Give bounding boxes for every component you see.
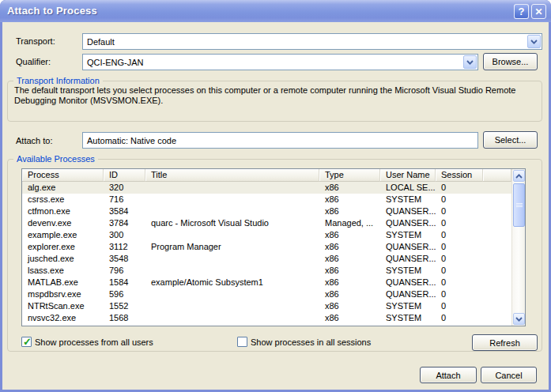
process-list[interactable]: Process ID Title Type User Name Session …: [21, 168, 526, 326]
cell-filler: [483, 265, 511, 277]
column-header-process[interactable]: Process: [22, 169, 104, 182]
help-button[interactable]: ?: [514, 4, 529, 19]
qualifier-label: Qualifier:: [16, 57, 51, 66]
table-row[interactable]: example.exe 300 x86 SYSTEM 0: [22, 229, 511, 241]
cell-process: MATLAB.exe: [22, 277, 104, 288]
cell-process: mspdbsrv.exe: [22, 288, 104, 300]
table-row[interactable]: lsass.exe 796 x86 SYSTEM 0: [22, 265, 511, 277]
table-row[interactable]: nvsvc32.exe 1568 x86 SYSTEM 0: [22, 312, 511, 324]
table-row[interactable]: mspdbsrv.exe 596 x86 QUANSER... 0: [22, 288, 511, 300]
process-list-body[interactable]: alg.exe 320 x86 LOCAL SE... 0 csrss.exe …: [22, 182, 511, 326]
table-row[interactable]: devenv.exe 3784 quarc - Microsoft Visual…: [22, 217, 511, 229]
column-header-type[interactable]: Type: [319, 169, 380, 182]
column-header-session[interactable]: Session: [436, 169, 483, 182]
cell-username: QUANSER...: [380, 241, 436, 253]
available-processes-caption: Available Processes: [13, 154, 98, 164]
table-row[interactable]: NTRtScan.exe 1552 x86 SYSTEM 0: [22, 300, 511, 312]
cell-session: 0: [436, 324, 483, 326]
cell-filler: [483, 300, 511, 312]
cell-process: nvsvc32.exe: [22, 312, 104, 324]
transport-value: Default: [87, 37, 527, 47]
cell-username: QUANSER...: [380, 277, 436, 288]
help-icon: ?: [519, 6, 525, 17]
cell-filler: [483, 253, 511, 265]
table-row[interactable]: OfcPfwSvc.exe 176 x86 SYSTEM 0: [22, 324, 511, 326]
scrollbar-thumb[interactable]: [513, 183, 525, 227]
cell-filler: [483, 241, 511, 253]
show-all-sessions-checkbox[interactable]: [237, 337, 247, 347]
cell-type: x86: [319, 241, 380, 253]
browse-button[interactable]: Browse...: [483, 53, 538, 70]
cell-username: QUANSER...: [380, 217, 436, 229]
cell-type: x86: [319, 265, 380, 277]
cell-title: [145, 312, 319, 324]
attach-to-field[interactable]: Automatic: Native code: [82, 132, 478, 149]
attach-to-process-dialog: Attach to Process ? ✕ Transport: Default…: [0, 0, 551, 392]
cell-filler: [483, 217, 511, 229]
cell-title: [145, 324, 319, 326]
cell-type: x86: [319, 229, 380, 241]
table-row[interactable]: ctfmon.exe 3584 x86 QUANSER... 0: [22, 205, 511, 217]
cell-session: 0: [436, 217, 483, 229]
cell-session: 0: [436, 288, 483, 300]
cell-session: 0: [436, 241, 483, 253]
select-button[interactable]: Select...: [483, 131, 538, 149]
cell-session: 0: [436, 265, 483, 277]
close-button[interactable]: ✕: [531, 4, 546, 19]
column-header-title[interactable]: Title: [145, 169, 319, 182]
cell-process: ctfmon.exe: [22, 205, 104, 217]
column-header-filler: [483, 169, 511, 182]
cell-username: QUANSER...: [380, 205, 436, 217]
show-all-users-checkbox[interactable]: [21, 337, 32, 347]
cell-id: 300: [104, 229, 145, 241]
cell-filler: [483, 288, 511, 300]
qualifier-combobox[interactable]: QCI-ENG-JAN: [82, 54, 478, 70]
show-all-users-label: Show processes from all users: [35, 337, 153, 347]
transport-label: Transport:: [16, 36, 55, 46]
cell-type: x86: [319, 205, 380, 217]
vertical-scrollbar[interactable]: [511, 169, 525, 326]
cell-session: 0: [436, 253, 483, 265]
cell-title: [145, 182, 319, 194]
window-title: Attach to Process: [7, 5, 97, 17]
cell-type: x86: [319, 324, 380, 326]
cell-type: x86: [319, 312, 380, 324]
refresh-button[interactable]: Refresh: [472, 334, 538, 351]
cell-title: quarc - Microsoft Visual Studio: [145, 217, 319, 229]
transport-combobox[interactable]: Default: [82, 33, 542, 50]
table-row[interactable]: explorer.exe 3112 Program Manager x86 QU…: [22, 241, 511, 253]
column-header-username[interactable]: User Name: [380, 169, 436, 182]
qualifier-value: QCI-ENG-JAN: [87, 58, 463, 67]
column-header-id[interactable]: ID: [104, 169, 145, 182]
cell-process: alg.exe: [22, 182, 104, 194]
cell-id: 3112: [104, 241, 145, 253]
qualifier-dropdown-arrow-icon[interactable]: [463, 55, 477, 69]
cell-type: x86: [319, 194, 380, 205]
attach-button[interactable]: Attach: [420, 367, 477, 383]
cell-title: [145, 194, 319, 205]
scroll-down-icon[interactable]: [513, 313, 525, 325]
scroll-up-icon[interactable]: [513, 170, 525, 182]
cell-username: SYSTEM: [380, 300, 436, 312]
cell-type: x86: [319, 300, 380, 312]
cell-session: 0: [436, 194, 483, 205]
show-all-sessions-label: Show processes in all sessions: [251, 337, 371, 347]
cell-id: 3548: [104, 253, 145, 265]
cell-session: 0: [436, 277, 483, 288]
cell-type: x86: [319, 288, 380, 300]
cell-filler: [483, 182, 511, 194]
cell-process: devenv.exe: [22, 217, 104, 229]
table-row[interactable]: jusched.exe 3548 x86 QUANSER... 0: [22, 253, 511, 265]
transport-dropdown-arrow-icon[interactable]: [527, 35, 541, 48]
cancel-button[interactable]: Cancel: [481, 367, 537, 383]
cell-title: [145, 229, 319, 241]
titlebar[interactable]: Attach to Process ? ✕: [0, 0, 551, 22]
cell-title: [145, 205, 319, 217]
table-row[interactable]: csrss.exe 716 x86 SYSTEM 0: [22, 194, 511, 205]
table-row[interactable]: alg.exe 320 x86 LOCAL SE... 0: [22, 182, 511, 194]
table-row[interactable]: MATLAB.exe 1584 example/Atomic Subsystem…: [22, 277, 511, 288]
cell-id: 1552: [104, 300, 145, 312]
cell-id: 796: [104, 265, 145, 277]
cell-username: QUANSER...: [380, 288, 436, 300]
cell-session: 0: [436, 205, 483, 217]
